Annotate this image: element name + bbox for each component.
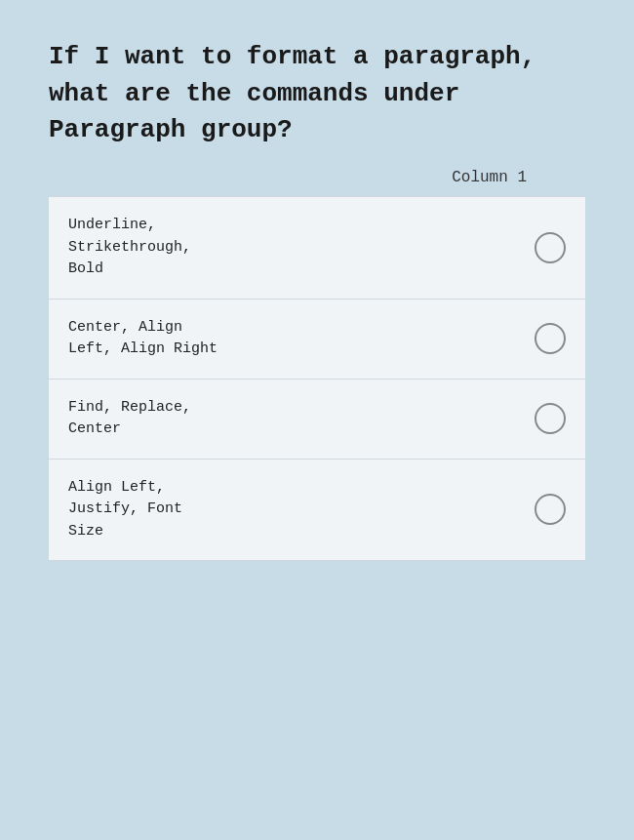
radio-button-3[interactable] [535,403,566,434]
option-row-4[interactable]: Align Left,Justify, FontSize [49,459,585,562]
radio-button-2[interactable] [535,323,566,354]
options-container: Underline,Strikethrough,Bold Center, Ali… [49,196,585,561]
question-text: If I want to format a paragraph, what ar… [49,39,585,149]
radio-button-4[interactable] [535,494,566,525]
option-row-2[interactable]: Center, AlignLeft, Align Right [49,299,585,379]
question-section: If I want to format a paragraph, what ar… [20,20,614,590]
radio-button-1[interactable] [535,232,566,263]
option-row-3[interactable]: Find, Replace,Center [49,379,585,459]
option-label-4: Align Left,Justify, FontSize [68,477,515,543]
option-label-3: Find, Replace,Center [68,397,515,441]
page-container: If I want to format a paragraph, what ar… [20,20,614,820]
option-label-2: Center, AlignLeft, Align Right [68,317,515,361]
option-row-1[interactable]: Underline,Strikethrough,Bold [49,196,585,299]
column-header-row: Column 1 [49,169,585,186]
option-label-1: Underline,Strikethrough,Bold [68,215,515,281]
column-header: Column 1 [452,169,527,186]
